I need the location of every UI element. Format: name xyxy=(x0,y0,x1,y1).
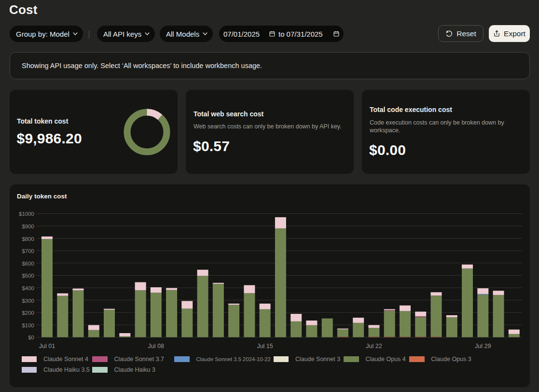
svg-text:$200: $200 xyxy=(22,310,34,316)
svg-text:$400: $400 xyxy=(22,285,34,291)
svg-text:Jul 15: Jul 15 xyxy=(257,343,273,350)
svg-text:$100: $100 xyxy=(22,322,34,328)
svg-text:$900: $900 xyxy=(22,224,34,229)
svg-text:$700: $700 xyxy=(22,248,34,254)
svg-text:$0: $0 xyxy=(28,335,34,340)
svg-text:$600: $600 xyxy=(22,261,34,266)
svg-text:Jul 08: Jul 08 xyxy=(148,343,164,350)
svg-text:$500: $500 xyxy=(22,273,34,279)
svg-text:Jul 01: Jul 01 xyxy=(39,343,55,350)
svg-text:$800: $800 xyxy=(22,236,34,242)
svg-text:Jul 22: Jul 22 xyxy=(366,343,382,350)
svg-text:$300: $300 xyxy=(22,298,34,304)
svg-text:Jul 29: Jul 29 xyxy=(475,343,491,350)
svg-text:$1000: $1000 xyxy=(19,211,34,217)
